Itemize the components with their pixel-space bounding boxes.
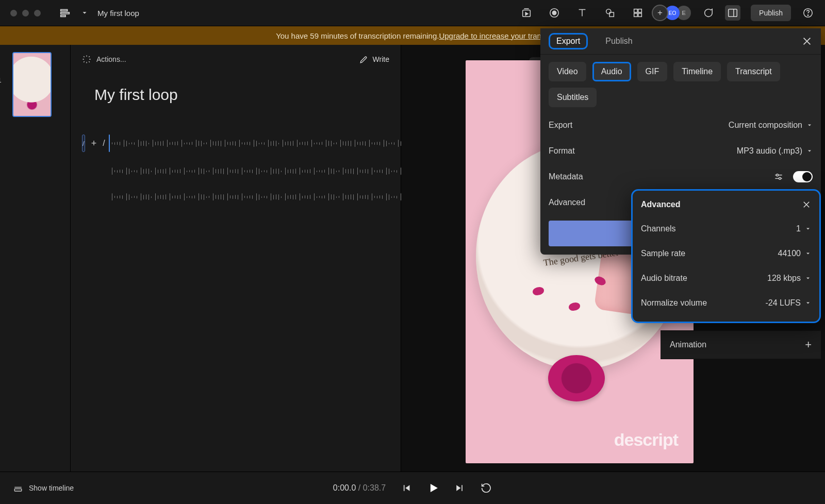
scene-marker[interactable]: / bbox=[82, 135, 85, 152]
subtab-timeline[interactable]: Timeline bbox=[673, 62, 721, 81]
svg-point-6 bbox=[606, 9, 611, 14]
timecode-total: 0:38.7 bbox=[363, 483, 386, 492]
svg-rect-1 bbox=[61, 12, 70, 14]
traffic-min[interactable] bbox=[22, 10, 29, 16]
waveform-2[interactable] bbox=[112, 164, 428, 178]
svg-rect-11 bbox=[638, 13, 641, 16]
bitrate-value: 128 kbps bbox=[767, 274, 801, 283]
svg-rect-0 bbox=[61, 10, 68, 11]
svg-point-15 bbox=[807, 15, 808, 15]
subtab-video[interactable]: Video bbox=[549, 62, 586, 81]
metadata-label: Metadata bbox=[549, 172, 583, 181]
subtab-audio[interactable]: Audio bbox=[592, 62, 631, 81]
media-library-icon[interactable] bbox=[520, 6, 533, 20]
write-label: Write bbox=[373, 55, 389, 63]
collaborators: + EO E bbox=[652, 5, 691, 21]
export-scope-value: Current composition bbox=[729, 121, 802, 130]
export-scope-row[interactable]: Export Current composition bbox=[549, 112, 813, 138]
project-name[interactable]: My first loop bbox=[97, 9, 139, 18]
title-bar: My first loop + EO E Publish bbox=[0, 0, 825, 26]
toggle-sidebar-button[interactable] bbox=[725, 5, 740, 21]
advanced-popover: Advanced Channels 1 Sample rate 44100 Au… bbox=[631, 189, 821, 323]
metadata-toggle[interactable] bbox=[793, 171, 813, 182]
normalize-label: Normalize volume bbox=[641, 298, 707, 308]
script-line-2[interactable] bbox=[112, 164, 389, 178]
animation-label: Animation bbox=[670, 340, 706, 349]
composition-title[interactable]: My first loop bbox=[94, 86, 389, 104]
export-scope-label: Export bbox=[549, 121, 572, 130]
add-animation-button[interactable]: + bbox=[805, 338, 812, 351]
banner-text: You have 59 minutes of transcription rem… bbox=[276, 31, 439, 40]
script-editor: Actions... Write My first loop / + / bbox=[71, 45, 401, 473]
format-label: Format bbox=[549, 146, 575, 156]
tab-publish[interactable]: Publish bbox=[599, 33, 638, 49]
normalize-row[interactable]: Normalize volume -24 LUFS bbox=[641, 291, 811, 315]
add-collaborator-button[interactable]: + bbox=[652, 5, 668, 21]
script-line-3[interactable] bbox=[112, 190, 389, 204]
metadata-row: Metadata bbox=[549, 164, 813, 190]
svg-rect-25 bbox=[14, 489, 22, 492]
svg-rect-2 bbox=[61, 15, 65, 17]
timecode: 0:00.0 / 0:38.7 bbox=[333, 483, 386, 493]
channels-value: 1 bbox=[796, 224, 801, 233]
play-icon[interactable] bbox=[427, 482, 439, 494]
actions-label: Actions... bbox=[96, 55, 126, 63]
subtab-gif[interactable]: GIF bbox=[637, 62, 668, 81]
shapes-icon[interactable] bbox=[603, 6, 617, 20]
main-menu-button[interactable] bbox=[58, 6, 72, 20]
help-icon[interactable] bbox=[801, 6, 815, 20]
svg-rect-9 bbox=[638, 9, 641, 12]
templates-icon[interactable] bbox=[631, 6, 645, 20]
show-timeline-button[interactable]: Show timeline bbox=[13, 483, 74, 493]
comments-icon[interactable] bbox=[701, 6, 715, 20]
tab-export[interactable]: Export bbox=[549, 33, 588, 49]
close-export-panel[interactable] bbox=[801, 36, 813, 47]
svg-rect-10 bbox=[634, 13, 637, 16]
svg-rect-8 bbox=[634, 9, 637, 12]
add-marker-button[interactable]: + bbox=[91, 138, 97, 149]
banner-upgrade-link[interactable]: Upgrade to increase your transc bbox=[439, 31, 549, 40]
sample-rate-row[interactable]: Sample rate 44100 bbox=[641, 241, 811, 266]
subtab-subtitles[interactable]: Subtitles bbox=[549, 88, 597, 107]
canvas-flower bbox=[548, 355, 605, 401]
waveform-1[interactable] bbox=[109, 137, 426, 150]
channels-row[interactable]: Channels 1 bbox=[641, 216, 811, 241]
script-line-1[interactable]: / + / bbox=[82, 135, 389, 152]
sample-rate-value: 44100 bbox=[778, 249, 801, 258]
svg-point-19 bbox=[777, 174, 779, 176]
metadata-settings-icon[interactable] bbox=[773, 172, 784, 182]
write-button[interactable]: Write bbox=[359, 55, 389, 64]
animation-section[interactable]: Animation + bbox=[661, 330, 821, 359]
record-icon[interactable] bbox=[548, 6, 561, 20]
playback-bar: Show timeline 0:00.0 / 0:38.7 bbox=[0, 472, 825, 504]
svg-point-5 bbox=[552, 11, 556, 14]
bitrate-row[interactable]: Audio bitrate 128 kbps bbox=[641, 266, 811, 291]
close-advanced-button[interactable] bbox=[802, 200, 811, 209]
svg-point-20 bbox=[779, 177, 781, 179]
format-value: MP3 audio (.mp3) bbox=[737, 146, 802, 156]
text-tool-icon[interactable] bbox=[575, 6, 589, 20]
playhead-cursor[interactable] bbox=[109, 135, 110, 152]
svg-rect-12 bbox=[729, 9, 737, 17]
actions-menu[interactable]: Actions... bbox=[82, 55, 126, 64]
timecode-current: 0:00.0 bbox=[333, 483, 356, 492]
sample-rate-label: Sample rate bbox=[641, 249, 685, 258]
show-timeline-label: Show timeline bbox=[29, 484, 74, 492]
timecode-sep: / bbox=[356, 483, 362, 492]
skip-forward-icon[interactable] bbox=[455, 483, 465, 493]
watermark-text: descript bbox=[614, 430, 678, 450]
window-controls bbox=[10, 10, 41, 16]
traffic-max[interactable] bbox=[34, 10, 41, 16]
channels-label: Channels bbox=[641, 224, 676, 233]
normalize-value: -24 LUFS bbox=[766, 298, 801, 308]
scene-thumbnail-1[interactable] bbox=[12, 52, 52, 117]
loop-icon[interactable] bbox=[481, 482, 492, 494]
format-row[interactable]: Format MP3 audio (.mp3) bbox=[549, 138, 813, 164]
waveform-3[interactable] bbox=[112, 190, 410, 204]
subtab-transcript[interactable]: Transcript bbox=[727, 62, 780, 81]
menu-chevron-icon[interactable] bbox=[81, 6, 88, 20]
publish-button[interactable]: Publish bbox=[751, 5, 791, 21]
inline-slash: / bbox=[103, 139, 105, 148]
skip-back-icon[interactable] bbox=[401, 483, 411, 493]
traffic-close[interactable] bbox=[10, 10, 17, 16]
